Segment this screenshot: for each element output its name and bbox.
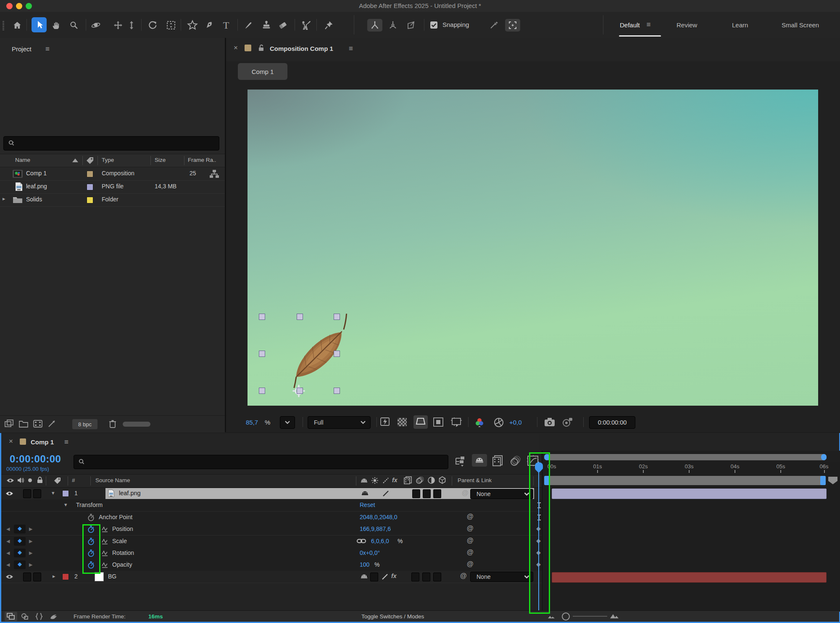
3d-toggle[interactable] xyxy=(433,573,441,581)
interpret-footage-icon[interactable] xyxy=(4,419,14,428)
shape-tool[interactable] xyxy=(186,19,199,32)
project-search-input[interactable] xyxy=(21,137,216,149)
workspace-menu-icon[interactable]: ≡ xyxy=(647,21,651,29)
label-color-swatch[interactable] xyxy=(87,184,93,190)
motion-blur-toggle[interactable] xyxy=(411,573,419,581)
exposure-shutter-icon[interactable] xyxy=(493,417,504,428)
property-label[interactable]: Opacity xyxy=(112,561,132,568)
dolly-camera-tool[interactable] xyxy=(125,19,138,32)
property-row-anchor-point[interactable]: Anchor Point 2048,0,2048,0 @ xyxy=(1,512,542,524)
column-frame-rate[interactable]: Frame Ra.. xyxy=(188,157,216,163)
timeline-zoom-slider[interactable] xyxy=(573,616,607,617)
flowchart-icon[interactable] xyxy=(209,169,219,179)
item-name[interactable]: leaf.png xyxy=(26,183,47,190)
adjustment-layer-column-icon[interactable] xyxy=(427,476,435,484)
selection-handle[interactable] xyxy=(259,388,265,394)
adjustment-toggle[interactable] xyxy=(423,489,431,498)
orbit-camera-tool[interactable] xyxy=(90,19,102,32)
adjustment-toggle[interactable] xyxy=(422,573,430,581)
motion-blur-icon[interactable] xyxy=(510,455,522,467)
work-area-bar[interactable] xyxy=(544,476,826,485)
solo-toggle[interactable] xyxy=(33,573,41,581)
close-tab-icon[interactable]: × xyxy=(234,44,238,52)
previous-keyframe-button[interactable]: ◀ xyxy=(6,526,10,532)
workspace-tab-default[interactable]: Default ≡ xyxy=(620,12,650,38)
trash-icon[interactable] xyxy=(108,419,117,428)
property-label[interactable]: Position xyxy=(112,525,133,532)
lock-icon[interactable] xyxy=(37,476,43,484)
project-item-leaf[interactable]: leaf.png PNG file 14,3 MB xyxy=(0,180,225,194)
layer-number-column[interactable]: # xyxy=(72,477,75,483)
project-item-comp1[interactable]: Comp 1 Composition 25 xyxy=(0,167,225,181)
audio-toggle[interactable] xyxy=(23,573,31,581)
puppet-pin-tool[interactable] xyxy=(323,19,335,32)
timeline-search-box[interactable] xyxy=(74,455,448,469)
pan-camera-tool[interactable] xyxy=(112,19,124,32)
frame-blending-icon[interactable] xyxy=(492,455,504,467)
notify-bird-icon[interactable] xyxy=(49,612,58,620)
graph-toggle-icon[interactable] xyxy=(101,538,109,545)
hide-shy-layers-button[interactable] xyxy=(472,454,487,467)
quality-toggle-icon[interactable] xyxy=(382,490,390,497)
eraser-tool[interactable] xyxy=(276,19,289,32)
property-pick-whip-icon[interactable]: @ xyxy=(467,513,474,520)
property-pick-whip-icon[interactable]: @ xyxy=(467,537,474,544)
color-depth-button[interactable]: 8 bpc xyxy=(72,419,97,429)
toolbar-drag-handle[interactable] xyxy=(3,21,4,30)
viewer-comp-button[interactable]: Comp 1 xyxy=(238,63,287,80)
collapse-transformations-column-icon[interactable] xyxy=(371,477,379,484)
show-snapshot-icon[interactable] xyxy=(561,417,573,427)
home-tool[interactable] xyxy=(11,19,24,32)
add-keyframe-button[interactable]: ◆ xyxy=(14,525,26,533)
property-label[interactable]: Anchor Point xyxy=(99,514,132,520)
snap-to-feature-button[interactable] xyxy=(505,19,520,32)
label-color-column-tag-icon[interactable] xyxy=(86,156,94,165)
solo-icon[interactable] xyxy=(28,478,32,482)
layer-color-swatch[interactable] xyxy=(62,490,69,497)
work-area-end-handle[interactable] xyxy=(820,476,826,485)
property-label[interactable]: Rotation xyxy=(112,549,134,556)
quality-toggle-icon[interactable] xyxy=(381,573,389,581)
graph-toggle-icon[interactable] xyxy=(101,550,109,557)
composition-tab-title[interactable]: Composition Comp 1 xyxy=(270,45,333,52)
solo-toggle[interactable] xyxy=(33,489,41,498)
label-color-swatch[interactable] xyxy=(87,197,93,203)
local-axis-mode-button[interactable] xyxy=(367,19,382,32)
constrain-proportions-link-icon[interactable] xyxy=(357,538,366,544)
world-axis-mode-button[interactable] xyxy=(387,19,399,32)
selection-handle[interactable] xyxy=(334,314,340,320)
zoom-dropdown-button[interactable] xyxy=(280,416,295,429)
3d-toggle[interactable] xyxy=(433,489,441,498)
leaf-layer-image[interactable] xyxy=(271,307,372,404)
view-axis-mode-button[interactable] xyxy=(405,19,417,32)
snapshot-camera-icon[interactable] xyxy=(544,417,556,427)
channel-rgb-icon[interactable] xyxy=(474,417,485,428)
timeline-panel-menu-icon[interactable]: ≡ xyxy=(64,438,68,446)
transparency-grid-icon[interactable] xyxy=(398,418,407,426)
composition-viewport[interactable] xyxy=(248,90,818,406)
adjustment-icon[interactable] xyxy=(47,419,56,428)
frame-blending-column-icon[interactable] xyxy=(404,476,412,484)
label-color-swatch[interactable] xyxy=(87,171,93,177)
parent-pick-whip-icon[interactable]: @ xyxy=(460,572,467,580)
zoom-out-mountain-icon[interactable] xyxy=(548,614,555,619)
property-value[interactable]: 0x+0,0° xyxy=(360,549,380,556)
time-navigator-track[interactable] xyxy=(542,451,840,462)
navigator-end-handle[interactable] xyxy=(821,454,827,460)
add-keyframe-button[interactable]: ◆ xyxy=(14,537,26,546)
selection-handle[interactable] xyxy=(297,314,303,320)
audio-icon[interactable] xyxy=(17,477,24,484)
property-value[interactable]: 100 xyxy=(360,561,369,568)
source-name-column[interactable]: Source Name xyxy=(95,477,130,483)
selection-tool[interactable] xyxy=(32,17,47,32)
previous-keyframe-button[interactable]: ◀ xyxy=(6,562,10,568)
toggle-switches-modes-button[interactable]: Toggle Switches / Modes xyxy=(361,613,424,620)
resolution-dropdown[interactable]: Full xyxy=(308,416,371,429)
timeline-search-input[interactable] xyxy=(91,456,445,468)
sort-ascending-icon[interactable] xyxy=(72,158,78,162)
composition-panel-menu-icon[interactable]: ≡ xyxy=(349,45,353,53)
eye-icon[interactable] xyxy=(6,478,14,483)
expand-chevron-icon[interactable]: ▸ xyxy=(3,195,5,202)
expand-layers-button[interactable] xyxy=(5,612,17,621)
time-navigator-bar[interactable] xyxy=(544,454,827,460)
